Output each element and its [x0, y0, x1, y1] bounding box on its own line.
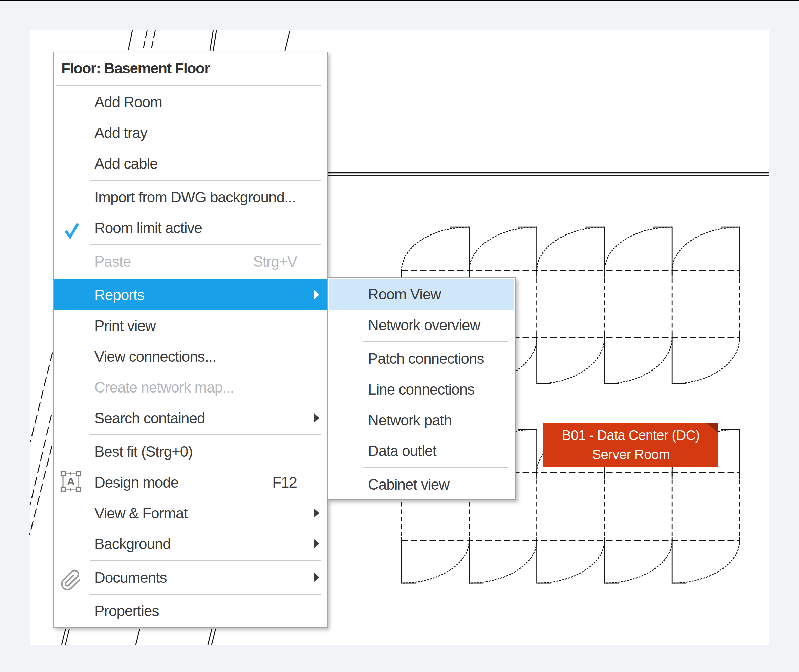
svg-text:A: A: [67, 475, 75, 488]
